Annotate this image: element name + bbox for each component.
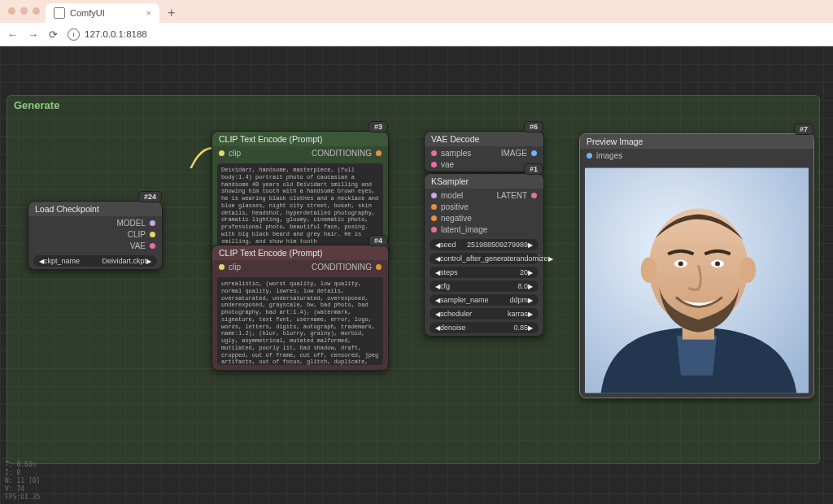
widget-label: steps: [440, 268, 458, 276]
chevron-right-icon[interactable]: ▶: [146, 258, 151, 265]
widget-value: karras: [508, 310, 528, 318]
new-tab-button[interactable]: +: [168, 6, 175, 20]
widget-value: 0.85: [513, 324, 528, 332]
widget-value: 8.0: [517, 282, 528, 290]
chevron-right-icon[interactable]: ▶: [528, 269, 533, 276]
input-vae[interactable]: vae: [431, 160, 471, 169]
forward-button[interactable]: →: [27, 28, 39, 41]
widget-value: randomize: [514, 254, 548, 263]
browser-toolbar: ← → ⟳ i 127.0.0.1:8188: [0, 23, 833, 46]
input-latent-image[interactable]: latent_image: [431, 225, 487, 234]
widget-scheduler[interactable]: ◀schedulerkarras▶: [430, 308, 539, 319]
prompt-text-positive[interactable]: Deividart, handsome, masterpiece, (full …: [217, 163, 383, 248]
tab-title: ComfyUI: [70, 8, 105, 18]
widget-value: 251988509279989: [467, 241, 528, 249]
chevron-right-icon[interactable]: ▶: [528, 297, 533, 304]
node-id-badge: #6: [524, 121, 543, 133]
node-title[interactable]: CLIP Text Encode (Prompt): [212, 132, 388, 146]
widget-cfg[interactable]: ◀cfg8.0▶: [430, 280, 539, 292]
canvas-stats: T: 0.60sI: 0N: 11 [0]V: 74FPS:61.35: [5, 461, 40, 502]
node-preview-image[interactable]: #7 Preview Image images: [579, 133, 814, 398]
widget-value: Deividart.ckpt: [102, 257, 146, 265]
node-id-badge: #4: [369, 235, 388, 246]
site-info-icon[interactable]: i: [68, 28, 80, 41]
node-title[interactable]: Load Checkpoint: [28, 202, 162, 216]
prompt-text-negative[interactable]: unrealistic, (worst quality, low quality…: [217, 277, 383, 365]
node-id-badge: #7: [794, 124, 813, 135]
node-clip-encode-positive[interactable]: #3 CLIP Text Encode (Prompt) clip CONDIT…: [212, 131, 389, 254]
input-samples[interactable]: samples: [431, 149, 471, 158]
widget-steps[interactable]: ◀steps20▶: [430, 267, 539, 278]
output-conditioning[interactable]: CONDITIONING: [312, 149, 382, 158]
widget-label: scheduler: [440, 310, 472, 318]
favicon: [54, 7, 65, 19]
widget-label: ckpt_name: [44, 257, 80, 265]
node-clip-encode-negative[interactable]: #4 CLIP Text Encode (Prompt) clip CONDIT…: [212, 245, 389, 371]
window-controls[interactable]: [8, 7, 40, 15]
output-image[interactable]: IMAGE: [501, 149, 537, 158]
output-latent[interactable]: LATENT: [496, 191, 537, 200]
widget-seed[interactable]: ◀seed251988509279989▶: [430, 239, 539, 250]
input-model[interactable]: model: [431, 191, 487, 200]
node-id-badge: #1: [524, 163, 543, 175]
chevron-right-icon[interactable]: ▶: [528, 241, 533, 249]
chevron-right-icon[interactable]: ▶: [528, 324, 533, 332]
svg-point-5: [740, 258, 757, 283]
chevron-right-icon[interactable]: ▶: [548, 255, 553, 263]
node-title[interactable]: CLIP Text Encode (Prompt): [212, 245, 388, 260]
canvas-viewport[interactable]: Generate #24 Load Checkpoint MODEL CLIP …: [0, 46, 833, 504]
input-clip[interactable]: clip: [219, 263, 241, 272]
output-conditioning[interactable]: CONDITIONING: [312, 263, 382, 272]
group-title[interactable]: Generate: [7, 96, 819, 115]
browser-tab[interactable]: ComfyUI ×: [46, 3, 159, 23]
svg-point-4: [641, 258, 657, 283]
svg-point-7: [678, 261, 683, 266]
chevron-right-icon[interactable]: ▶: [528, 311, 533, 318]
widget-label: seed: [440, 241, 456, 249]
widget-control_after_generate[interactable]: ◀control_after_generaterandomize▶: [430, 253, 539, 264]
widget-label: cfg: [440, 282, 450, 290]
widget-ckpt-name[interactable]: ◀ ckpt_name Deividart.ckpt ▶: [33, 255, 157, 267]
widget-denoise[interactable]: ◀denoise0.85▶: [430, 322, 539, 333]
portrait-icon: [585, 166, 809, 395]
node-ksampler[interactable]: #1 KSampler model positive negative late…: [424, 173, 544, 337]
widget-label: denoise: [440, 324, 466, 332]
widget-sampler_name[interactable]: ◀sampler_nameddpm▶: [430, 294, 539, 306]
chevron-right-icon[interactable]: ▶: [528, 283, 533, 290]
input-images[interactable]: images: [587, 151, 622, 160]
output-model[interactable]: MODEL: [116, 219, 155, 228]
browser-tabstrip: ComfyUI × +: [0, 0, 833, 23]
node-load-checkpoint[interactable]: #24 Load Checkpoint MODEL CLIP VAE ◀ ckp…: [28, 201, 163, 270]
preview-output-image: [585, 166, 809, 395]
node-title[interactable]: KSampler: [425, 174, 543, 189]
back-button[interactable]: ←: [7, 28, 19, 41]
widget-label: sampler_name: [440, 296, 489, 304]
output-clip[interactable]: CLIP: [128, 230, 155, 239]
reload-button[interactable]: ⟳: [47, 28, 59, 41]
node-title[interactable]: Preview Image: [580, 134, 813, 149]
node-title[interactable]: VAE Decode: [425, 132, 543, 146]
input-positive[interactable]: positive: [431, 202, 487, 211]
output-vae[interactable]: VAE: [130, 241, 155, 250]
node-id-badge: #3: [369, 121, 388, 133]
svg-point-9: [715, 261, 720, 266]
input-clip[interactable]: clip: [219, 149, 241, 158]
close-tab-icon[interactable]: ×: [146, 8, 151, 18]
widget-value: 20: [520, 268, 528, 276]
address-bar[interactable]: i 127.0.0.1:8188: [68, 28, 147, 41]
address-text: 127.0.0.1:8188: [85, 29, 147, 39]
node-id-badge: #24: [138, 191, 162, 202]
widget-value: ddpm: [509, 296, 528, 304]
widget-label: control_after_generate: [440, 254, 514, 263]
input-negative[interactable]: negative: [431, 214, 487, 223]
